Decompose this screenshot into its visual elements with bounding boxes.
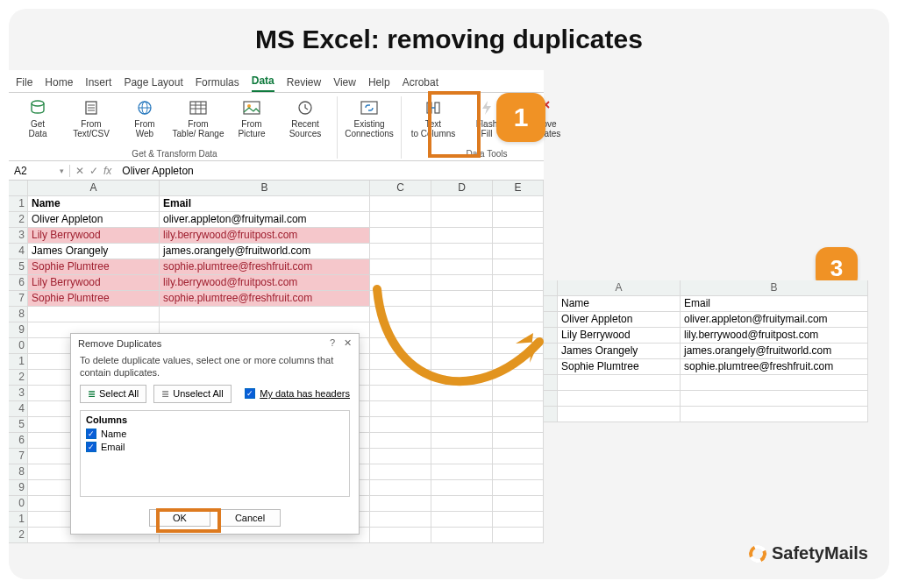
ribbon-from-web[interactable]: FromWeb xyxy=(125,96,165,140)
col-header[interactable]: B xyxy=(160,181,370,196)
cell[interactable] xyxy=(431,212,493,228)
ribbon-recent-sources[interactable]: RecentSources xyxy=(279,96,331,140)
cell[interactable] xyxy=(431,512,493,528)
row-header[interactable]: 8 xyxy=(9,307,28,322)
cell[interactable] xyxy=(370,464,431,480)
cell[interactable]: lily.berrywood@fruitpost.com xyxy=(160,228,370,244)
cell[interactable]: james.orangely@fruitworld.com xyxy=(160,244,370,259)
column-checkbox-email[interactable]: ✓Email xyxy=(86,442,344,452)
cell[interactable] xyxy=(160,307,370,322)
cell[interactable] xyxy=(431,528,493,543)
cell[interactable] xyxy=(431,496,493,512)
tab-home[interactable]: Home xyxy=(45,76,73,92)
cell[interactable] xyxy=(493,370,544,386)
cell[interactable] xyxy=(370,386,431,401)
cell[interactable] xyxy=(370,244,431,259)
cell[interactable] xyxy=(493,338,544,354)
formula-input[interactable]: Oliver Appleton xyxy=(117,165,544,177)
row-header[interactable]: 5 xyxy=(9,259,28,275)
cell[interactable] xyxy=(431,401,493,417)
cell[interactable] xyxy=(493,496,544,512)
select-all-button[interactable]: ≣ Select All xyxy=(80,385,146,403)
cell[interactable] xyxy=(493,480,544,496)
cell[interactable]: Email xyxy=(160,196,370,212)
sheet-corner[interactable] xyxy=(9,181,28,196)
cell[interactable] xyxy=(370,401,431,417)
cancel-icon[interactable]: ✕ xyxy=(75,165,84,177)
cell[interactable]: sophie.plumtree@freshfruit.com xyxy=(160,291,370,307)
cell[interactable] xyxy=(493,386,544,401)
row-header[interactable]: 2 xyxy=(9,212,28,228)
row-header[interactable]: 4 xyxy=(9,401,28,417)
name-box[interactable]: A2 ▾ xyxy=(9,165,70,177)
cell[interactable] xyxy=(370,528,431,543)
cell[interactable]: Sophie Plumtree xyxy=(28,259,160,275)
cell[interactable] xyxy=(431,386,493,401)
cell[interactable] xyxy=(493,291,544,307)
cell[interactable] xyxy=(370,196,431,212)
cell[interactable] xyxy=(431,464,493,480)
row-header[interactable]: 6 xyxy=(9,433,28,449)
cell[interactable]: Lily Berrywood xyxy=(28,275,160,291)
cell[interactable]: Lily Berrywood xyxy=(28,228,160,244)
row-header[interactable]: 3 xyxy=(9,386,28,401)
row-header[interactable]: 2 xyxy=(9,370,28,386)
cell[interactable] xyxy=(493,528,544,543)
row-header[interactable]: 5 xyxy=(9,417,28,433)
help-icon[interactable]: ? xyxy=(330,337,335,349)
tab-review[interactable]: Review xyxy=(287,76,321,92)
cell[interactable] xyxy=(370,259,431,275)
cell[interactable] xyxy=(493,259,544,275)
headers-checkbox[interactable]: ✓ My data has headers xyxy=(245,388,350,399)
cell[interactable] xyxy=(493,196,544,212)
row-header[interactable]: 8 xyxy=(9,464,28,480)
col-header[interactable]: D xyxy=(431,181,493,196)
cell[interactable] xyxy=(493,307,544,322)
tab-file[interactable]: File xyxy=(16,76,32,92)
cell[interactable] xyxy=(493,322,544,338)
ribbon-from-table-range[interactable]: FromTable/ Range xyxy=(172,96,224,140)
cell[interactable] xyxy=(370,417,431,433)
row-header[interactable]: 7 xyxy=(9,291,28,307)
cell[interactable] xyxy=(431,228,493,244)
fx-icon[interactable]: fx xyxy=(103,165,111,177)
row-header[interactable]: 9 xyxy=(9,322,28,338)
cell[interactable] xyxy=(370,480,431,496)
row-header[interactable]: 3 xyxy=(9,228,28,244)
cell[interactable] xyxy=(370,354,431,370)
row-header[interactable]: 9 xyxy=(9,480,28,496)
cell[interactable]: sophie.plumtree@freshfruit.com xyxy=(160,259,370,275)
row-header[interactable]: 0 xyxy=(9,338,28,354)
cell[interactable] xyxy=(370,212,431,228)
tab-data[interactable]: Data xyxy=(252,74,274,92)
column-checkbox-name[interactable]: ✓Name xyxy=(86,429,344,439)
col-header[interactable]: A xyxy=(28,181,160,196)
tab-view[interactable]: View xyxy=(333,76,356,92)
cell[interactable]: Name xyxy=(28,196,160,212)
cell[interactable] xyxy=(431,244,493,259)
cell[interactable] xyxy=(28,307,160,322)
close-icon[interactable]: ✕ xyxy=(344,337,352,349)
cell[interactable] xyxy=(370,228,431,244)
cell[interactable] xyxy=(493,417,544,433)
row-header[interactable]: 6 xyxy=(9,275,28,291)
cell[interactable] xyxy=(370,433,431,449)
cell[interactable] xyxy=(431,480,493,496)
cell[interactable] xyxy=(431,307,493,322)
cell[interactable] xyxy=(370,370,431,386)
cell[interactable] xyxy=(431,433,493,449)
cancel-button[interactable]: Cancel xyxy=(219,509,281,527)
ribbon-existing-connections[interactable]: ExistingConnections xyxy=(343,96,396,140)
row-header[interactable]: 1 xyxy=(9,354,28,370)
cell[interactable]: James Orangely xyxy=(28,244,160,259)
cell[interactable] xyxy=(431,275,493,291)
cell[interactable] xyxy=(431,417,493,433)
cell[interactable]: Oliver Appleton xyxy=(28,212,160,228)
cell[interactable] xyxy=(493,275,544,291)
cell[interactable] xyxy=(370,322,431,338)
cell[interactable] xyxy=(370,449,431,464)
cell[interactable] xyxy=(370,275,431,291)
row-header[interactable]: 0 xyxy=(9,496,28,512)
cell[interactable]: Sophie Plumtree xyxy=(28,291,160,307)
unselect-all-button[interactable]: ≣ Unselect All xyxy=(153,385,231,403)
